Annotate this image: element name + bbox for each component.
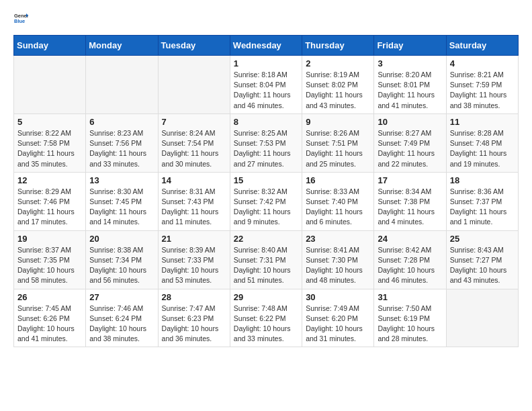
weekday-header-thursday: Thursday — [302, 36, 374, 56]
calendar-cell: 19Sunrise: 8:37 AM Sunset: 7:35 PM Dayli… — [14, 230, 86, 289]
day-info: Sunrise: 8:38 AM Sunset: 7:34 PM Dayligh… — [89, 245, 154, 286]
calendar-cell: 13Sunrise: 8:30 AM Sunset: 7:45 PM Dayli… — [86, 172, 158, 230]
day-info: Sunrise: 8:39 AM Sunset: 7:33 PM Dayligh… — [162, 245, 226, 286]
calendar-table: SundayMondayTuesdayWednesdayThursdayFrid… — [13, 35, 519, 347]
calendar-cell: 5Sunrise: 8:22 AM Sunset: 7:58 PM Daylig… — [14, 113, 86, 172]
calendar-cell: 30Sunrise: 7:49 AM Sunset: 6:20 PM Dayli… — [302, 289, 374, 347]
day-info: Sunrise: 8:34 AM Sunset: 7:38 PM Dayligh… — [378, 187, 442, 228]
page-container: General Blue SundayMondayTuesdayWednesda… — [0, 0, 532, 358]
day-number: 9 — [306, 117, 370, 127]
day-number: 22 — [234, 234, 298, 244]
day-info: Sunrise: 8:27 AM Sunset: 7:49 PM Dayligh… — [378, 128, 442, 169]
day-info: Sunrise: 7:45 AM Sunset: 6:26 PM Dayligh… — [17, 304, 82, 345]
calendar-week-row: 26Sunrise: 7:45 AM Sunset: 6:26 PM Dayli… — [14, 289, 519, 347]
calendar-cell: 1Sunrise: 8:18 AM Sunset: 8:04 PM Daylig… — [230, 56, 302, 114]
day-info: Sunrise: 8:25 AM Sunset: 7:53 PM Dayligh… — [234, 128, 298, 169]
header: General Blue — [13, 11, 519, 28]
calendar-week-row: 5Sunrise: 8:22 AM Sunset: 7:58 PM Daylig… — [14, 113, 519, 172]
calendar-week-row: 1Sunrise: 8:18 AM Sunset: 8:04 PM Daylig… — [14, 56, 519, 114]
calendar-cell: 3Sunrise: 8:20 AM Sunset: 8:01 PM Daylig… — [374, 56, 446, 114]
day-info: Sunrise: 8:23 AM Sunset: 7:56 PM Dayligh… — [89, 128, 154, 169]
day-info: Sunrise: 8:42 AM Sunset: 7:28 PM Dayligh… — [378, 245, 442, 286]
day-number: 8 — [234, 117, 298, 127]
day-info: Sunrise: 8:43 AM Sunset: 7:27 PM Dayligh… — [450, 245, 515, 286]
calendar-cell: 9Sunrise: 8:26 AM Sunset: 7:51 PM Daylig… — [302, 113, 374, 172]
day-number: 16 — [306, 175, 370, 185]
day-info: Sunrise: 8:24 AM Sunset: 7:54 PM Dayligh… — [162, 128, 226, 169]
day-number: 12 — [17, 175, 82, 185]
day-info: Sunrise: 8:33 AM Sunset: 7:40 PM Dayligh… — [306, 187, 370, 228]
day-info: Sunrise: 8:19 AM Sunset: 8:02 PM Dayligh… — [306, 70, 370, 111]
calendar-cell: 18Sunrise: 8:36 AM Sunset: 7:37 PM Dayli… — [446, 172, 518, 230]
weekday-header-saturday: Saturday — [446, 36, 518, 56]
calendar-cell: 12Sunrise: 8:29 AM Sunset: 7:46 PM Dayli… — [14, 172, 86, 230]
day-info: Sunrise: 8:29 AM Sunset: 7:46 PM Dayligh… — [17, 187, 82, 228]
calendar-cell — [446, 289, 518, 347]
day-number: 20 — [89, 234, 154, 244]
weekday-header-sunday: Sunday — [14, 36, 86, 56]
day-number: 23 — [306, 234, 370, 244]
calendar-cell: 17Sunrise: 8:34 AM Sunset: 7:38 PM Dayli… — [374, 172, 446, 230]
calendar-week-row: 19Sunrise: 8:37 AM Sunset: 7:35 PM Dayli… — [14, 230, 519, 289]
day-info: Sunrise: 8:31 AM Sunset: 7:43 PM Dayligh… — [162, 187, 226, 228]
day-info: Sunrise: 8:37 AM Sunset: 7:35 PM Dayligh… — [17, 245, 82, 286]
day-info: Sunrise: 8:40 AM Sunset: 7:31 PM Dayligh… — [234, 245, 298, 286]
day-info: Sunrise: 7:48 AM Sunset: 6:22 PM Dayligh… — [234, 304, 298, 345]
calendar-cell: 24Sunrise: 8:42 AM Sunset: 7:28 PM Dayli… — [374, 230, 446, 289]
day-info: Sunrise: 8:18 AM Sunset: 8:04 PM Dayligh… — [234, 70, 298, 111]
calendar-cell: 20Sunrise: 8:38 AM Sunset: 7:34 PM Dayli… — [86, 230, 158, 289]
day-number: 4 — [450, 58, 515, 68]
calendar-cell: 27Sunrise: 7:46 AM Sunset: 6:24 PM Dayli… — [86, 289, 158, 347]
calendar-cell: 31Sunrise: 7:50 AM Sunset: 6:19 PM Dayli… — [374, 289, 446, 347]
day-number: 19 — [17, 234, 82, 244]
day-number: 31 — [378, 292, 442, 302]
day-info: Sunrise: 8:20 AM Sunset: 8:01 PM Dayligh… — [378, 70, 442, 111]
day-info: Sunrise: 7:46 AM Sunset: 6:24 PM Dayligh… — [89, 304, 154, 345]
calendar-cell: 14Sunrise: 8:31 AM Sunset: 7:43 PM Dayli… — [158, 172, 230, 230]
calendar-cell: 2Sunrise: 8:19 AM Sunset: 8:02 PM Daylig… — [302, 56, 374, 114]
day-number: 7 — [162, 117, 226, 127]
calendar-cell: 22Sunrise: 8:40 AM Sunset: 7:31 PM Dayli… — [230, 230, 302, 289]
logo-icon: General Blue — [13, 11, 28, 28]
day-info: Sunrise: 7:50 AM Sunset: 6:19 PM Dayligh… — [378, 304, 442, 345]
day-number: 28 — [162, 292, 226, 302]
svg-text:Blue: Blue — [14, 18, 25, 24]
calendar-cell: 11Sunrise: 8:28 AM Sunset: 7:48 PM Dayli… — [446, 113, 518, 172]
calendar-cell: 6Sunrise: 8:23 AM Sunset: 7:56 PM Daylig… — [86, 113, 158, 172]
day-number: 26 — [17, 292, 82, 302]
day-number: 15 — [234, 175, 298, 185]
day-info: Sunrise: 8:32 AM Sunset: 7:42 PM Dayligh… — [234, 187, 298, 228]
day-number: 21 — [162, 234, 226, 244]
day-number: 1 — [234, 58, 298, 68]
calendar-cell: 28Sunrise: 7:47 AM Sunset: 6:23 PM Dayli… — [158, 289, 230, 347]
calendar-cell: 7Sunrise: 8:24 AM Sunset: 7:54 PM Daylig… — [158, 113, 230, 172]
day-number: 18 — [450, 175, 515, 185]
day-info: Sunrise: 7:47 AM Sunset: 6:23 PM Dayligh… — [162, 304, 226, 345]
day-number: 3 — [378, 58, 442, 68]
day-number: 14 — [162, 175, 226, 185]
calendar-cell: 10Sunrise: 8:27 AM Sunset: 7:49 PM Dayli… — [374, 113, 446, 172]
weekday-header-friday: Friday — [374, 36, 446, 56]
weekday-header-tuesday: Tuesday — [158, 36, 230, 56]
day-info: Sunrise: 8:26 AM Sunset: 7:51 PM Dayligh… — [306, 128, 370, 169]
day-number: 11 — [450, 117, 515, 127]
day-number: 29 — [234, 292, 298, 302]
day-number: 27 — [89, 292, 154, 302]
calendar-cell: 23Sunrise: 8:41 AM Sunset: 7:30 PM Dayli… — [302, 230, 374, 289]
logo: General Blue — [13, 11, 31, 28]
weekday-header-monday: Monday — [86, 36, 158, 56]
day-info: Sunrise: 8:28 AM Sunset: 7:48 PM Dayligh… — [450, 128, 515, 169]
calendar-cell — [158, 56, 230, 114]
day-info: Sunrise: 8:36 AM Sunset: 7:37 PM Dayligh… — [450, 187, 515, 228]
calendar-cell: 26Sunrise: 7:45 AM Sunset: 6:26 PM Dayli… — [14, 289, 86, 347]
day-number: 25 — [450, 234, 515, 244]
calendar-cell — [86, 56, 158, 114]
day-number: 10 — [378, 117, 442, 127]
day-info: Sunrise: 8:21 AM Sunset: 7:59 PM Dayligh… — [450, 70, 515, 111]
day-number: 5 — [17, 117, 82, 127]
day-number: 13 — [89, 175, 154, 185]
calendar-cell: 8Sunrise: 8:25 AM Sunset: 7:53 PM Daylig… — [230, 113, 302, 172]
calendar-cell: 25Sunrise: 8:43 AM Sunset: 7:27 PM Dayli… — [446, 230, 518, 289]
calendar-cell: 4Sunrise: 8:21 AM Sunset: 7:59 PM Daylig… — [446, 56, 518, 114]
day-number: 6 — [89, 117, 154, 127]
